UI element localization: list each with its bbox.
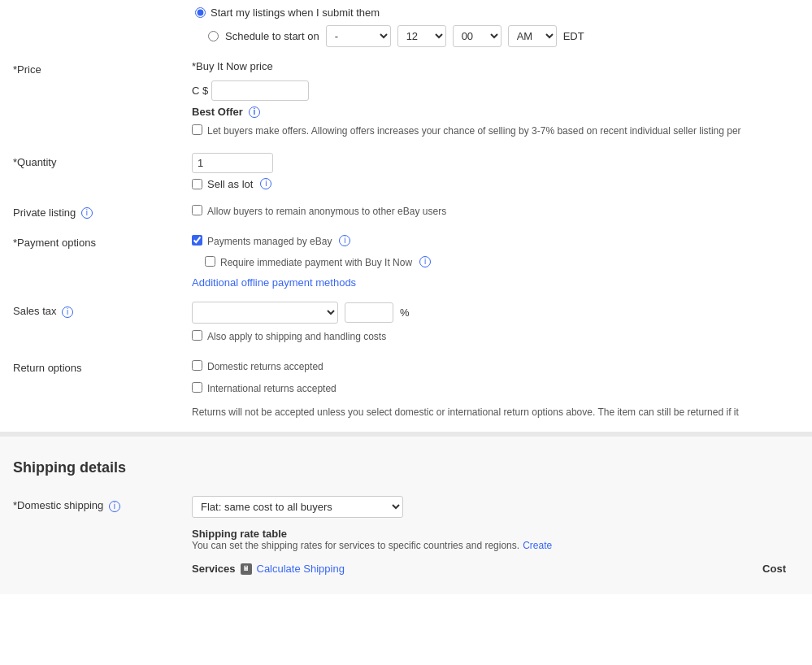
buy-now-price-input[interactable] [211, 80, 309, 101]
international-returns-checkbox[interactable] [192, 382, 202, 393]
domestic-returns-label: Domestic returns accepted [207, 360, 323, 374]
payments-managed-label: Payments managed by eBay [207, 235, 332, 249]
return-note: Returns will not be accepted unless you … [192, 406, 793, 419]
return-options-label: Return options [13, 359, 192, 374]
schedule-label: Schedule to start on [225, 30, 319, 42]
shipping-rate-box: Shipping rate table You can set the ship… [192, 528, 799, 551]
domestic-returns-checkbox[interactable] [192, 360, 202, 371]
schedule-radio[interactable] [208, 31, 219, 41]
immediate-payment-info-icon[interactable]: i [419, 256, 431, 267]
sales-tax-section: Sales tax i % Also apply to shipping and… [0, 295, 812, 352]
quantity-input[interactable] [192, 153, 273, 173]
best-offer-checkbox-label: Let buyers make offers. Allowing offers … [207, 124, 741, 138]
offline-payment-link[interactable]: Additional offline payment methods [192, 276, 799, 289]
schedule-ampm-select[interactable]: AM [508, 25, 557, 47]
quantity-content: Sell as lot i [192, 153, 799, 190]
private-listing-label: Private listing i [13, 203, 192, 219]
domestic-shipping-select[interactable]: Flat: same cost to all buyers [192, 496, 403, 518]
schedule-hour-select[interactable]: 12 [397, 25, 446, 47]
payments-managed-info-icon[interactable]: i [339, 235, 350, 246]
schedule-minute-select[interactable]: 00 [453, 25, 502, 47]
shipping-rate-desc: You can set the shipping rates for servi… [192, 540, 799, 551]
price-input-wrapper: C $ [192, 80, 799, 101]
domestic-shipping-row: *Domestic shipping i Flat: same cost to … [0, 489, 812, 581]
shipping-details-section: Shipping details *Domestic shipping i Fl… [0, 437, 812, 594]
immediate-payment-label: Require immediate payment with Buy It No… [220, 256, 412, 270]
start-now-radio[interactable] [195, 7, 206, 18]
best-offer-checkbox[interactable] [192, 124, 202, 135]
services-label: Services [192, 563, 236, 575]
price-label: *Price [13, 60, 192, 76]
international-returns-row: International returns accepted [192, 380, 799, 398]
private-listing-info-icon[interactable]: i [81, 207, 93, 219]
private-listing-section: Private listing i Allow buyers to remain… [0, 197, 812, 227]
payments-managed-checkbox[interactable] [192, 235, 202, 246]
payments-managed-row: Payments managed by eBay i [192, 233, 799, 250]
private-listing-checkbox-row: Allow buyers to remain anonymous to othe… [192, 203, 799, 220]
services-row: Services 🖩 Calculate Shipping Cost [192, 563, 799, 575]
page-wrapper: Start my listings when I submit them Sch… [0, 0, 812, 594]
sell-as-lot-row: Sell as lot i [192, 178, 799, 190]
quantity-label: *Quantity [13, 153, 192, 168]
domestic-shipping-info-icon[interactable]: i [109, 501, 120, 512]
shipping-rate-title: Shipping rate table [192, 528, 799, 540]
sales-tax-select[interactable] [192, 302, 338, 324]
domestic-shipping-label: *Domestic shipping i [13, 496, 192, 512]
private-listing-checkbox[interactable] [192, 205, 202, 215]
return-options-section: Return options Domestic returns accepted… [0, 352, 812, 425]
domestic-shipping-content: Flat: same cost to all buyers Shipping r… [192, 496, 799, 575]
calculate-shipping-link[interactable]: Calculate Shipping [257, 563, 345, 575]
start-now-label: Start my listings when I submit them [211, 7, 380, 19]
private-listing-checkbox-label: Allow buyers to remain anonymous to othe… [207, 205, 446, 219]
sell-as-lot-checkbox[interactable] [192, 179, 202, 189]
domestic-returns-row: Domestic returns accepted [192, 359, 799, 376]
quantity-section: *Quantity Sell as lot i [0, 146, 812, 197]
cost-label: Cost [762, 563, 799, 575]
timezone-label: EDT [563, 30, 584, 42]
payment-options-content: Payments managed by eBay i Require immed… [192, 233, 799, 289]
sell-as-lot-info-icon[interactable]: i [260, 178, 271, 189]
also-apply-label: Also apply to shipping and handling cost… [207, 330, 386, 344]
best-offer-checkbox-row: Let buyers make offers. Allowing offers … [192, 123, 799, 140]
sales-tax-percent-input[interactable] [345, 302, 393, 323]
immediate-payment-row: Require immediate payment with Buy It No… [205, 254, 799, 272]
listing-start-section: Start my listings when I submit them Sch… [0, 0, 812, 54]
also-apply-row: Also apply to shipping and handling cost… [192, 328, 799, 346]
return-options-content: Domestic returns accepted International … [192, 359, 799, 419]
sales-tax-row: % [192, 302, 799, 324]
schedule-date-select[interactable]: - [326, 25, 391, 47]
also-apply-checkbox[interactable] [192, 330, 202, 341]
sell-as-lot-label: Sell as lot [207, 178, 253, 190]
percent-label: % [400, 306, 410, 319]
payment-options-section: *Payment options Payments managed by eBa… [0, 227, 812, 296]
immediate-payment-checkbox[interactable] [205, 256, 215, 267]
sales-tax-content: % Also apply to shipping and handling co… [192, 302, 799, 346]
private-listing-content: Allow buyers to remain anonymous to othe… [192, 203, 799, 220]
buy-now-label: *Buy It Now price [192, 60, 799, 72]
calculator-icon: 🖩 [241, 563, 252, 575]
create-link[interactable]: Create [523, 540, 552, 551]
best-offer-label: Best Offer i [192, 106, 799, 118]
currency-label: C $ [192, 85, 208, 97]
shipping-title: Shipping details [0, 450, 812, 489]
sales-tax-info-icon[interactable]: i [62, 306, 73, 318]
sales-tax-label: Sales tax i [13, 302, 192, 318]
price-section: *Price *Buy It Now price C $ Best Offer … [0, 54, 812, 146]
payment-options-label: *Payment options [13, 233, 192, 249]
best-offer-info-icon[interactable]: i [249, 106, 260, 118]
price-content: *Buy It Now price C $ Best Offer i Let b… [192, 60, 799, 140]
international-returns-label: International returns accepted [207, 382, 337, 396]
